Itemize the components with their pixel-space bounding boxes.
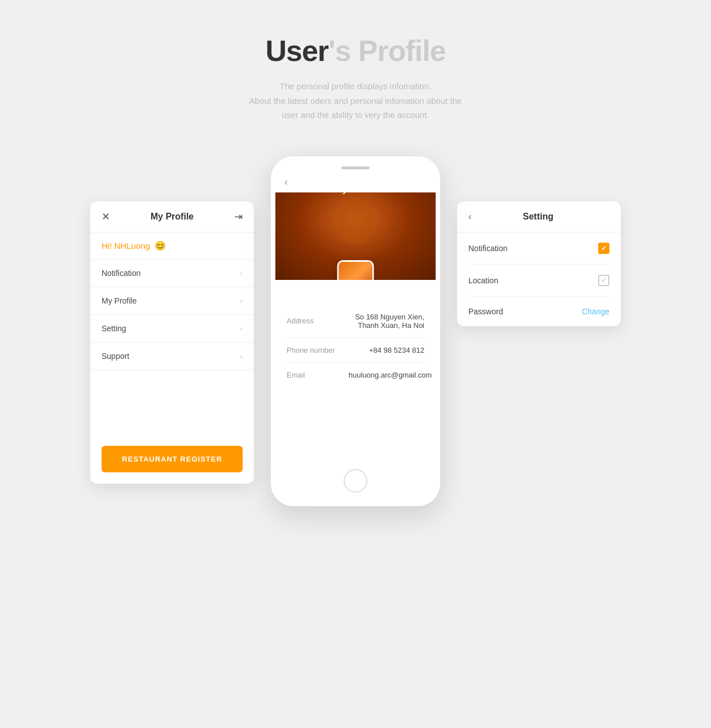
settings-header: ‹ Setting [457,201,621,233]
close-icon[interactable]: ✕ [102,210,110,223]
address-row: Address So 168 Nguyen Xien, Thanh Xuan, … [287,305,424,338]
email-row: Email huuluong.arc@gmail.com [287,363,424,387]
menu-item-notification[interactable]: Notification › [90,260,254,287]
notification-checkbox[interactable] [598,243,609,254]
settings-body: Notification Location Password Change [457,233,621,326]
location-row: Location [468,265,609,297]
profile-avatar-thumb [337,260,374,280]
menu-item-label: Notification [102,269,141,278]
sidebar-footer: RESTAURANT REGISTER [90,435,254,484]
menu-item-setting[interactable]: Setting › [90,315,254,343]
sidebar-title: My Profile [151,212,194,222]
page-subtitle: The personal profile displays infomation… [249,79,462,122]
screens-container: ✕ My Profile ⇥ Hi! NHLuong 😊 Notificatio… [90,156,621,506]
settings-back-icon[interactable]: ‹ [468,212,471,222]
chevron-right-icon: › [240,352,243,361]
phone-notch [341,166,370,169]
home-button[interactable] [344,469,367,493]
title-highlight: User [265,34,328,67]
chevron-right-icon: › [240,296,243,305]
sidebar-screen: ✕ My Profile ⇥ Hi! NHLuong 😊 Notificatio… [90,201,254,484]
notification-row: Notification [468,233,609,265]
profile-hero-image [275,192,436,280]
settings-screen: ‹ Setting Notification Location Password… [457,201,621,326]
menu-item-label: Support [102,352,129,361]
sidebar-menu: Notification › My Profile › Setting › Su… [90,260,254,435]
profile-screen-title: My Profile [335,185,376,194]
menu-item-label: Setting [102,324,126,333]
phone-home-button-area [275,461,436,502]
address-value: So 168 Nguyen Xien, Thanh Xuan, Ha Noi [349,313,424,330]
restaurant-register-button[interactable]: RESTAURANT REGISTER [102,446,243,472]
location-label: Location [468,276,498,285]
avatar-thumb-inner [339,262,372,280]
address-label: Address [287,317,314,325]
page-title: User's Profile [265,34,445,68]
sidebar-greeting: Hi! NHLuong 😊 [90,233,254,260]
email-label: Email [287,371,305,379]
phone-screen: ‹ My Profile ✏ Address So 168 Nguyen Xie… [271,156,440,506]
settings-title: Setting [478,212,598,222]
password-row: Password Change [468,297,609,326]
greeting-text: Hi! NHLuong [102,241,150,251]
title-rest: 's Profile [328,34,446,67]
back-arrow-icon[interactable]: ‹ [284,176,288,188]
phone-value: +84 98 5234 812 [369,346,424,354]
edit-icon[interactable]: ✏ [419,185,427,195]
location-checkbox[interactable] [598,275,609,286]
phone-label: Phone number [287,346,335,354]
menu-item-support[interactable]: Support › [90,343,254,370]
sidebar-header: ✕ My Profile ⇥ [90,201,254,233]
email-value: huuluong.arc@gmail.com [349,371,424,379]
password-label: Password [468,307,503,316]
change-password-link[interactable]: Change [582,307,609,316]
greeting-emoji: 😊 [155,240,166,251]
menu-item-label: My Profile [102,296,137,305]
chevron-right-icon: › [240,324,243,333]
menu-item-my-profile[interactable]: My Profile › [90,287,254,315]
logout-icon[interactable]: ⇥ [234,210,243,223]
phone-top-bar [275,161,436,173]
phone-row: Phone number +84 98 5234 812 [287,338,424,363]
page-header: User's Profile The personal profile disp… [249,34,462,122]
notification-label: Notification [468,244,507,253]
chevron-right-icon: › [240,269,243,278]
profile-info-section: Address So 168 Nguyen Xien, Thanh Xuan, … [275,280,436,461]
